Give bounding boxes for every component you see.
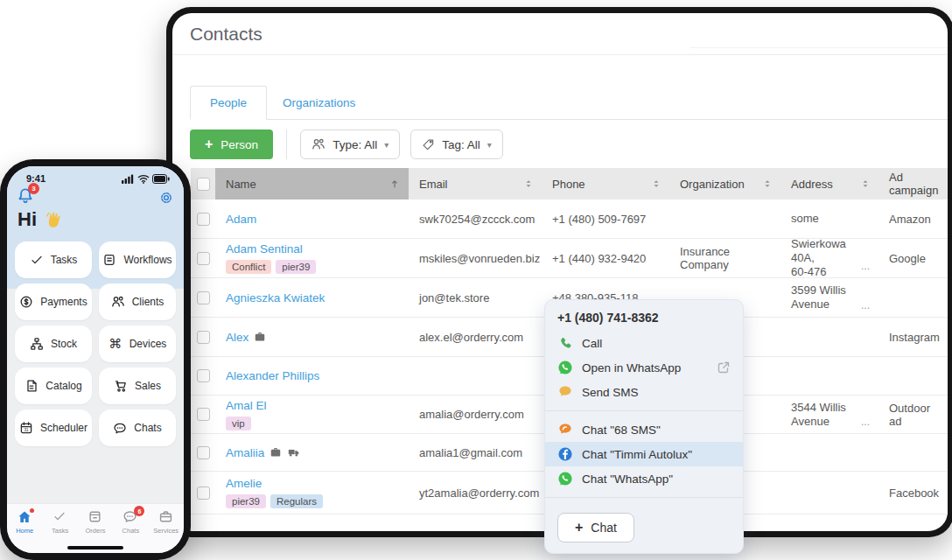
ad-campaign-cell-value: Amazon xyxy=(889,213,931,226)
address-line-1: 3599 Willis xyxy=(791,284,846,298)
popup-item-label: Open in WhatsApp xyxy=(582,361,681,374)
select-all-checkbox[interactable] xyxy=(197,178,210,191)
column-header-organization[interactable]: Organization xyxy=(669,168,780,200)
popup-item-open-in-whatsapp[interactable]: Open in WhatsApp xyxy=(545,355,743,380)
phone-cell-value[interactable]: +1 (440) 932-9420 xyxy=(552,252,646,265)
battery-icon xyxy=(152,174,170,184)
shortcut-clients[interactable]: Clients xyxy=(99,284,176,320)
row-checkbox[interactable] xyxy=(197,446,210,459)
contact-name-link[interactable]: Adam Sentinal xyxy=(226,242,303,256)
organization-cell-value[interactable]: Insurance Company xyxy=(680,245,770,271)
ad-campaign-cell-value: Instagram xyxy=(889,331,940,344)
mobile-phone-mockup: 9:41 3 Hi TasksWorkflowsPaymentsClientsS… xyxy=(0,159,191,560)
row-checkbox-cell xyxy=(191,318,215,356)
ad-campaign-cell xyxy=(878,434,948,471)
address-ellipsis: ... xyxy=(861,260,870,272)
address-line-1: 3544 Willis xyxy=(791,401,846,415)
contact-name-link[interactable]: Alexander Phillips xyxy=(226,369,319,382)
sort-both-icon xyxy=(861,178,870,189)
signal-icon xyxy=(122,174,135,184)
tab-people[interactable]: People xyxy=(190,86,267,120)
row-checkbox-cell xyxy=(191,200,215,238)
type-filter[interactable]: Type: All ▾ xyxy=(300,130,400,159)
ad-campaign-cell-value: Google xyxy=(889,252,926,265)
ad-campaign-cell xyxy=(878,357,948,395)
contact-name-link[interactable]: Amelie xyxy=(226,477,262,490)
nav-item-chats[interactable]: 6Chats xyxy=(116,509,145,535)
name-cell: Alexander Phillips xyxy=(215,357,409,395)
row-checkbox[interactable] xyxy=(197,252,210,265)
gear-icon[interactable] xyxy=(158,190,174,206)
ad-campaign-cell-value: Outdoor ad xyxy=(889,402,937,428)
shortcut-catalog[interactable]: Catalog xyxy=(15,368,92,404)
add-chat-button[interactable]: + Chat xyxy=(557,513,634,542)
contact-name-link[interactable]: Alex xyxy=(226,331,248,344)
notifications-bell-icon[interactable]: 3 xyxy=(16,186,35,206)
whatsapp-icon xyxy=(557,360,573,375)
contact-tag: pier39 xyxy=(276,260,316,274)
shortcut-payments[interactable]: Payments xyxy=(15,284,92,320)
tag-list: Conflictpier39 xyxy=(226,260,316,274)
send-sms-icon xyxy=(557,384,573,400)
nav-badge: 6 xyxy=(134,506,144,516)
shortcut-label: Chats xyxy=(134,422,161,434)
column-header-phone[interactable]: Phone xyxy=(542,168,669,200)
email-cell: alex.el@orderry.com xyxy=(409,318,542,356)
contact-tag: Regulars xyxy=(270,494,323,508)
cart-icon xyxy=(114,379,128,393)
shortcut-sales[interactable]: Sales xyxy=(99,368,176,404)
row-checkbox[interactable] xyxy=(197,331,210,344)
popup-item-chat-timmi-autolux[interactable]: Chat "Timmi Autolux" xyxy=(545,442,743,466)
whatsapp-icon xyxy=(557,471,573,486)
shortcut-workflows[interactable]: Workflows xyxy=(99,242,176,278)
row-checkbox[interactable] xyxy=(197,213,210,226)
nav-label: Services xyxy=(153,527,178,535)
column-header-ad-campaign[interactable]: Ad campaign xyxy=(878,168,948,200)
address-line-2: 60-476 xyxy=(791,265,826,277)
column-header-address[interactable]: Address xyxy=(780,168,878,200)
phone-cell: +1 (440) 932-9420 xyxy=(542,239,669,277)
toolbar-divider xyxy=(286,130,287,159)
column-label: Phone xyxy=(552,178,585,191)
shortcut-scheduler[interactable]: 31Scheduler xyxy=(15,410,92,446)
tag-filter[interactable]: Tag: All ▾ xyxy=(410,130,503,159)
table-row: Adam SentinalConflictpier39mskiles@vonru… xyxy=(191,239,948,278)
nav-item-tasks[interactable]: Tasks xyxy=(46,509,75,535)
shortcut-stock[interactable]: Stock xyxy=(15,326,92,362)
popup-item-call[interactable]: Call xyxy=(545,331,743,355)
nav-item-services[interactable]: Services xyxy=(151,509,181,535)
bottom-navigation: HomeTasksOrders6ChatsServices xyxy=(7,503,184,553)
phone-cell-value[interactable]: +1 (480) 509-7697 xyxy=(552,213,646,226)
chat-bubble-icon xyxy=(113,421,127,435)
popup-item-chat-whatsapp[interactable]: Chat "WhatsApp" xyxy=(545,466,743,491)
column-header-email[interactable]: Email xyxy=(409,168,542,200)
contact-name-link[interactable]: Agnieszka Kwiatek xyxy=(226,291,325,304)
name-cell: Alex xyxy=(215,318,409,356)
add-person-button[interactable]: + Person xyxy=(190,130,273,159)
services-icon xyxy=(158,509,174,525)
shortcut-devices[interactable]: ⌘Devices xyxy=(99,326,176,362)
row-checkbox[interactable] xyxy=(197,486,210,500)
shortcut-chats[interactable]: Chats xyxy=(99,410,176,446)
check-icon xyxy=(30,253,44,267)
contact-name-link[interactable]: Adam xyxy=(226,213,256,226)
shortcut-label: Tasks xyxy=(51,254,78,266)
column-header-name[interactable]: Name xyxy=(215,168,409,200)
nav-item-orders[interactable]: Orders xyxy=(80,509,110,535)
contact-name-link[interactable]: Amaliia xyxy=(226,446,264,459)
phone-cell: +1 (480) 509-7697 xyxy=(542,200,669,238)
row-checkbox[interactable] xyxy=(197,291,210,304)
nav-item-home[interactable]: Home xyxy=(10,509,39,535)
address-line-2: Avenue xyxy=(791,298,830,312)
contact-name-link[interactable]: Amal El xyxy=(226,399,267,412)
app-shortcuts-grid: TasksWorkflowsPaymentsClientsStock⌘Devic… xyxy=(15,242,176,446)
tag-icon xyxy=(422,138,435,151)
popup-item-send-sms[interactable]: Send SMS xyxy=(545,380,743,404)
row-checkbox[interactable] xyxy=(197,408,210,421)
row-checkbox[interactable] xyxy=(197,369,210,382)
nav-label: Chats xyxy=(122,527,140,535)
popup-item-chat-68-sms[interactable]: Chat "68 SMS" xyxy=(545,417,743,442)
tab-organizations[interactable]: Organizations xyxy=(267,87,371,119)
plus-icon: + xyxy=(575,520,583,536)
shortcut-tasks[interactable]: Tasks xyxy=(15,242,92,278)
